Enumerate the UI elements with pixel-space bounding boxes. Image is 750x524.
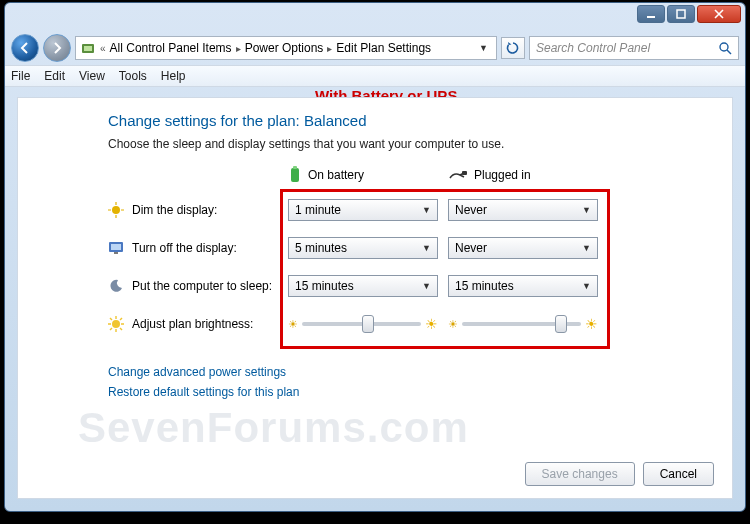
- monitor-icon: [108, 240, 124, 256]
- svg-rect-0: [647, 16, 655, 18]
- refresh-button[interactable]: [501, 37, 525, 59]
- row-brightness: Adjust plan brightness: ☀ ☀ ☀ ☀: [108, 305, 704, 343]
- menu-bar: File Edit View Tools Help: [5, 65, 745, 87]
- svg-rect-16: [114, 252, 118, 254]
- svg-line-22: [110, 318, 112, 320]
- cancel-button[interactable]: Cancel: [643, 462, 714, 486]
- search-input[interactable]: Search Control Panel: [529, 36, 739, 60]
- dim-label: Dim the display:: [132, 203, 217, 217]
- close-button[interactable]: [697, 5, 741, 23]
- svg-point-9: [112, 206, 120, 214]
- row-turnoff-display: Turn off the display: 5 minutes▼ Never▼: [108, 229, 704, 267]
- svg-rect-15: [111, 244, 121, 250]
- svg-point-17: [112, 320, 120, 328]
- row-dim-display: Dim the display: 1 minute▼ Never▼: [108, 191, 704, 229]
- col-battery: On battery: [288, 165, 448, 185]
- back-button[interactable]: [11, 34, 39, 62]
- svg-line-25: [110, 328, 112, 330]
- content-pane: Change settings for the plan: Balanced C…: [17, 97, 733, 499]
- link-restore[interactable]: Restore default settings for this plan: [108, 385, 704, 399]
- svg-line-5: [727, 50, 731, 54]
- sleep-plugged-dropdown[interactable]: 15 minutes▼: [448, 275, 598, 297]
- menu-help[interactable]: Help: [161, 69, 186, 83]
- control-panel-icon: [80, 40, 96, 56]
- links-section: Change advanced power settings Restore d…: [108, 365, 704, 399]
- chevron-right-icon: ▸: [234, 43, 243, 54]
- chevron-down-icon: ▼: [422, 281, 431, 291]
- breadcrumb-item[interactable]: Edit Plan Settings: [336, 41, 431, 55]
- dim-battery-dropdown[interactable]: 1 minute▼: [288, 199, 438, 221]
- sun-bright-icon: ☀: [585, 316, 598, 332]
- turnoff-label: Turn off the display:: [132, 241, 237, 255]
- turnoff-plugged-dropdown[interactable]: Never▼: [448, 237, 598, 259]
- chevron-down-icon: ▼: [582, 243, 591, 253]
- sun-dim-icon: ☀: [288, 318, 298, 331]
- battery-icon: [288, 165, 302, 185]
- svg-line-24: [120, 318, 122, 320]
- svg-rect-8: [462, 171, 467, 175]
- chevron-left-icon: «: [98, 43, 108, 54]
- menu-tools[interactable]: Tools: [119, 69, 147, 83]
- menu-view[interactable]: View: [79, 69, 105, 83]
- svg-rect-7: [293, 166, 297, 169]
- sleep-battery-dropdown[interactable]: 15 minutes▼: [288, 275, 438, 297]
- col-plugged: Plugged in: [448, 165, 608, 185]
- brightness-plugged-slider[interactable]: ☀ ☀: [448, 311, 598, 337]
- search-placeholder: Search Control Panel: [536, 41, 650, 55]
- column-headers: On battery Plugged in: [288, 165, 704, 185]
- link-advanced[interactable]: Change advanced power settings: [108, 365, 704, 379]
- search-icon: [718, 41, 732, 55]
- menu-edit[interactable]: Edit: [44, 69, 65, 83]
- breadcrumb-item[interactable]: Power Options: [245, 41, 324, 55]
- dim-icon: [108, 202, 124, 218]
- settings-grid: Dim the display: 1 minute▼ Never▼ Turn o…: [108, 191, 704, 343]
- address-dropdown-icon[interactable]: ▼: [475, 43, 492, 53]
- sun-bright-icon: ☀: [425, 316, 438, 332]
- chevron-right-icon: ▸: [325, 43, 334, 54]
- brightness-label: Adjust plan brightness:: [132, 317, 253, 331]
- sun-dim-icon: ☀: [448, 318, 458, 331]
- sleep-label: Put the computer to sleep:: [132, 279, 272, 293]
- row-sleep: Put the computer to sleep: 15 minutes▼ 1…: [108, 267, 704, 305]
- page-title: Change settings for the plan: Balanced: [108, 112, 704, 129]
- titlebar: [5, 3, 745, 31]
- svg-rect-6: [291, 168, 299, 182]
- control-panel-window: « All Control Panel Items ▸ Power Option…: [4, 2, 746, 512]
- plug-icon: [448, 168, 468, 182]
- save-button[interactable]: Save changes: [525, 462, 635, 486]
- brightness-battery-slider[interactable]: ☀ ☀: [288, 311, 438, 337]
- chevron-down-icon: ▼: [582, 205, 591, 215]
- maximize-button[interactable]: [667, 5, 695, 23]
- svg-point-4: [720, 43, 728, 51]
- brightness-icon: [108, 316, 124, 332]
- chevron-down-icon: ▼: [422, 243, 431, 253]
- turnoff-battery-dropdown[interactable]: 5 minutes▼: [288, 237, 438, 259]
- chevron-down-icon: ▼: [422, 205, 431, 215]
- col-battery-label: On battery: [308, 168, 364, 182]
- watermark: SevenForums.com: [78, 404, 469, 452]
- nav-bar: « All Control Panel Items ▸ Power Option…: [5, 31, 745, 65]
- forward-button[interactable]: [43, 34, 71, 62]
- breadcrumb-item[interactable]: All Control Panel Items: [110, 41, 232, 55]
- col-plugged-label: Plugged in: [474, 168, 531, 182]
- chevron-down-icon: ▼: [582, 281, 591, 291]
- svg-line-23: [120, 328, 122, 330]
- minimize-button[interactable]: [637, 5, 665, 23]
- page-description: Choose the sleep and display settings th…: [108, 137, 704, 151]
- address-bar[interactable]: « All Control Panel Items ▸ Power Option…: [75, 36, 497, 60]
- svg-rect-3: [84, 46, 92, 51]
- svg-rect-1: [677, 10, 685, 18]
- menu-file[interactable]: File: [11, 69, 30, 83]
- dim-plugged-dropdown[interactable]: Never▼: [448, 199, 598, 221]
- button-row: Save changes Cancel: [525, 462, 714, 486]
- moon-icon: [108, 278, 124, 294]
